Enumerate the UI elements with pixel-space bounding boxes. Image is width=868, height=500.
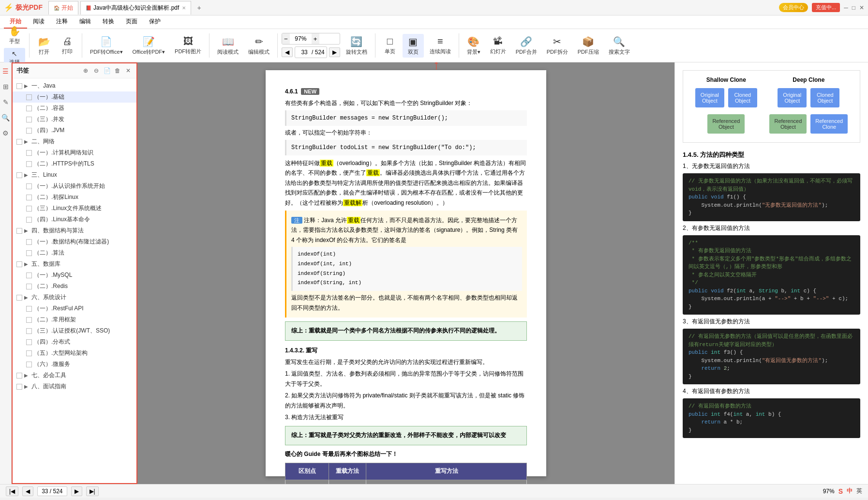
deep-referenced-box: ReferencedObject	[769, 114, 807, 134]
open-button[interactable]: 📂 打开	[33, 34, 55, 58]
next-page-bottom-button[interactable]: ▶	[71, 486, 82, 496]
print-button[interactable]: 🖨 打印	[57, 34, 78, 57]
ribbon-tab-read[interactable]: 阅读	[27, 15, 50, 29]
double-page-button[interactable]: ▣ 双页	[403, 34, 424, 58]
close-window-icon[interactable]: ✕	[859, 4, 864, 11]
ribbon-tab-edit[interactable]: 编辑	[74, 15, 97, 29]
zoom-in-button[interactable]: +	[312, 33, 319, 44]
single-page-button[interactable]: □ 单页	[379, 34, 401, 57]
sidebar-item-java-jvm[interactable]: （四）.JVM	[13, 125, 136, 136]
maximize-icon[interactable]: □	[852, 4, 855, 11]
sidebar-item-network[interactable]: ▶ 二、网络	[13, 136, 136, 147]
sidebar-item-tools[interactable]: ▶ 七、必会工具	[13, 370, 136, 381]
sidebar-item-linux[interactable]: ▶ 三、Linux	[13, 169, 136, 181]
vip-badge[interactable]: 会员中心	[779, 3, 808, 12]
checkbox-icon	[16, 139, 22, 145]
sidebar-item-label: （三）.并发	[34, 115, 133, 123]
minimize-icon[interactable]: ─	[844, 4, 848, 11]
prev-page-bottom-button[interactable]: ◀	[22, 486, 33, 496]
bookmarks-icon[interactable]: ☰	[1, 66, 11, 76]
sidebar-item-label: （二）.容器	[34, 104, 133, 112]
split-icon: ✂	[553, 36, 561, 47]
sidebar-collapse-icon[interactable]: ⊖	[92, 66, 101, 75]
rotate-button[interactable]: 🔄 旋转文档	[342, 34, 371, 58]
sidebar-item-sysdesign[interactable]: ▶ 六、系统设计	[13, 292, 136, 303]
sidebar-item-sd-micro[interactable]: （六）.微服务	[13, 359, 136, 370]
sidebar-expand-icon[interactable]: ⊕	[81, 66, 90, 75]
comparison-table: 区别点 重载方法 重写方法 发生范围 同一个类 子类 中 参数列表	[285, 463, 527, 484]
tab-pdf[interactable]: 📕 Java中高级核心知识全面解析.pdf ✕	[80, 1, 191, 15]
sidebar-item-linux-explore[interactable]: （二）.初探Linux	[13, 192, 136, 203]
sidebar-item-linux-fs[interactable]: （三）.Linux文件系统概述	[13, 203, 136, 214]
office-to-pdf-icon: 📝	[143, 36, 155, 47]
sidebar-add-icon[interactable]: 📄	[103, 66, 111, 75]
new-tab-button[interactable]: +	[193, 2, 205, 14]
rotate-icon: 🔄	[350, 36, 362, 47]
sidebar-item-java-container[interactable]: （二）.容器	[13, 103, 136, 114]
search-left-icon[interactable]: 🔍	[1, 113, 11, 122]
sidebar-delete-icon[interactable]: 🗑	[113, 66, 122, 75]
background-button[interactable]: 🎨 背景▾	[463, 34, 484, 58]
lang-en[interactable]: 英	[856, 487, 862, 495]
ribbon-tab-convert[interactable]: 转换	[97, 15, 120, 29]
sidebar-item-ds[interactable]: ▶ 四、数据结构与算法	[13, 225, 136, 236]
last-page-button[interactable]: ▶|	[86, 486, 99, 496]
edit-mode-button[interactable]: ✏ 编辑模式	[244, 34, 273, 58]
zoom-input[interactable]	[290, 35, 312, 42]
ribbon-tab-page[interactable]: 页面	[120, 15, 143, 29]
office-to-pdf-button[interactable]: 📝 Office转PDF▾	[129, 34, 169, 58]
sidebar-item-linux-cmd[interactable]: （四）.Linux基本命令	[13, 214, 136, 225]
prev-page-button[interactable]: ◀	[282, 47, 293, 57]
sidebar-item-sd-rest[interactable]: （一）.RestFul API	[13, 303, 136, 314]
pdf-to-office-icon: 📄	[100, 36, 112, 47]
close-tab-icon[interactable]: ✕	[182, 5, 186, 11]
thumbnail-icon[interactable]: ⊞	[1, 82, 11, 91]
sidebar-item-linux-intro[interactable]: （一）.从认识操作系统开始	[13, 181, 136, 192]
page-control: / 524	[295, 46, 327, 58]
annotation-icon[interactable]: ✎	[1, 97, 11, 107]
ribbon-tab-annotate[interactable]: 注释	[50, 15, 74, 29]
pdf-area[interactable]: ↑ 4.6.1 NEW 有些类有多个构造器，例如，可以如下构造一个空的 Stri…	[137, 62, 674, 484]
tab-home[interactable]: 🏠 开始	[48, 1, 78, 15]
lang-cn[interactable]: 中	[847, 487, 853, 495]
sidebar-item-sd-auth[interactable]: （三）.认证授权(JWT、SSO)	[13, 325, 136, 336]
merge-button[interactable]: 🔗 PDF合并	[512, 34, 541, 58]
sidebar-item-db[interactable]: ▶ 五、数据库	[13, 258, 136, 270]
sidebar-item-interview[interactable]: ▶ 八、面试指南	[13, 381, 136, 392]
sidebar-item-java[interactable]: ▶ 一、Java	[13, 80, 136, 91]
sidebar-item-java-concurrent[interactable]: （三）.并发	[13, 114, 136, 125]
sidebar-item-network-https[interactable]: （二）.HTTPS中的TLS	[13, 158, 136, 169]
page-input[interactable]	[297, 49, 312, 56]
merge-icon: 🔗	[520, 36, 532, 47]
sidebar-item-db-redis[interactable]: （二）.Redis	[13, 281, 136, 292]
compress-button[interactable]: 📦 PDF压缩	[574, 34, 603, 58]
sidebar-item-db-mysql[interactable]: （一）.MySQL	[13, 270, 136, 281]
pdf-to-img-button[interactable]: 🖼 PDF转图片	[171, 34, 205, 57]
summary-override: 综上：重写就是子类对父类方法的重新改造，外部样子不能改变，内部逻辑可以改变	[285, 426, 527, 445]
sidebar-item-network-knowledge[interactable]: （一）.计算机网络知识	[13, 147, 136, 158]
continuous-read-button[interactable]: ≡ 连续阅读	[426, 34, 455, 57]
checkbox-icon	[26, 128, 32, 134]
sidebar-item-sd-fw[interactable]: （二）.常用框架	[13, 314, 136, 325]
ribbon-tab-protect[interactable]: 保护	[143, 15, 166, 29]
tools-left-icon[interactable]: ⚙	[1, 128, 11, 138]
sidebar-close-icon[interactable]: ✕	[124, 66, 133, 75]
sidebar-item-java-basic[interactable]: （一）.基础	[13, 91, 136, 103]
slideshow-button[interactable]: 📽 幻灯片	[486, 34, 510, 57]
main-layout: ☰ ⊞ ✎ 🔍 ⚙ 书签 ⊕ ⊖ 📄 🗑 ✕ ▶ 一、Java （一）.基础	[0, 62, 868, 484]
login-button[interactable]: 充值中...	[812, 3, 840, 12]
split-button[interactable]: ✂ PDF拆分	[543, 34, 572, 58]
first-page-button[interactable]: |◀	[6, 486, 18, 496]
sidebar-item-ds-struct[interactable]: （一）.数据结构(布隆过滤器)	[13, 236, 136, 247]
sidebar-item-sd-dist[interactable]: （四）.分布式	[13, 336, 136, 348]
hand-tool-button[interactable]: ✋ 手型	[4, 23, 25, 47]
read-mode-button[interactable]: 📖 阅读模式	[213, 34, 242, 58]
sidebar-item-ds-algo[interactable]: （二）.算法	[13, 247, 136, 258]
sidebar-item-sd-largescale[interactable]: （五）.大型网站架构	[13, 348, 136, 359]
zoom-out-button[interactable]: −	[282, 33, 290, 44]
checkbox-icon	[16, 172, 22, 178]
next-page-button[interactable]: ▶	[329, 47, 340, 57]
pdf-to-office-button[interactable]: 📄 PDF转Office▾	[86, 34, 127, 58]
sidebar-item-label: （一）.从认识操作系统开始	[34, 182, 133, 190]
search-text-button[interactable]: 🔍 搜索文字	[605, 34, 634, 58]
